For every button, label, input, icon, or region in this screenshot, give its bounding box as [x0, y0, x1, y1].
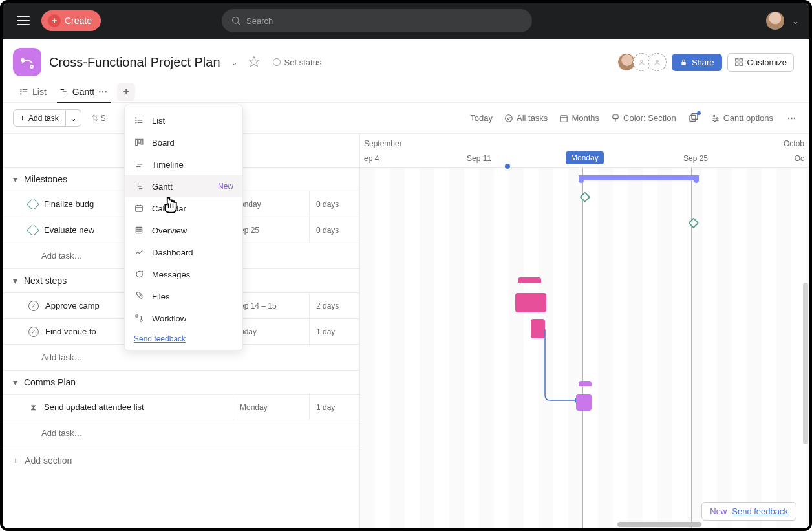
star-icon[interactable] [248, 56, 260, 69]
section-header-comms-plan[interactable]: ▾ Comms Plan [3, 371, 359, 395]
check-circle-icon[interactable]: ✓ [28, 327, 39, 337]
svg-point-42 [136, 122, 136, 123]
add-section-button[interactable]: + Add section [3, 446, 359, 475]
send-feedback-link[interactable]: Send feedback [732, 506, 788, 516]
tab-more-icon[interactable]: ⋯ [98, 87, 108, 97]
gantt-options[interactable]: Gantt options [711, 113, 773, 123]
status-label: Set status [284, 58, 322, 67]
dropdown-item-board[interactable]: Board [125, 131, 242, 153]
project-header: Cross-Functional Project Plan ⌄ Set stat… [3, 39, 809, 76]
tab-list-label: List [32, 87, 47, 97]
gantt-bar[interactable] [531, 319, 545, 338]
create-button[interactable]: + Create [41, 10, 101, 31]
svg-rect-24 [561, 115, 568, 121]
zoom-months[interactable]: Months [559, 113, 599, 123]
milestone-diamond[interactable] [579, 191, 590, 202]
customize-button[interactable]: Customize [727, 53, 794, 72]
today-marker [505, 164, 510, 169]
add-task-caret[interactable]: ⌄ [66, 109, 81, 127]
send-feedback-link[interactable]: Send feedback [134, 334, 186, 343]
gantt-icon [134, 181, 144, 191]
tab-gantt-label: Gantt [72, 87, 94, 97]
all-tasks-filter[interactable]: All tasks [504, 113, 548, 123]
milestone-icon [27, 199, 39, 209]
svg-rect-10 [735, 59, 738, 61]
milestone-diamond[interactable] [688, 217, 699, 228]
feedback-pill[interactable]: New Send feedback [701, 502, 796, 521]
project-icon[interactable] [13, 48, 41, 76]
today-button[interactable]: Today [470, 113, 493, 123]
add-member-avatar[interactable] [648, 53, 667, 71]
svg-rect-11 [740, 59, 742, 61]
check-circle-icon[interactable]: ✓ [28, 301, 39, 311]
top-bar: + Create Search ⌄ [3, 3, 809, 39]
member-avatars[interactable] [620, 53, 667, 71]
user-avatar[interactable] [766, 12, 784, 30]
svg-rect-13 [740, 63, 742, 65]
gantt-bar[interactable] [576, 394, 592, 411]
svg-point-40 [136, 118, 136, 118]
add-task-button[interactable]: + Add task [13, 109, 66, 127]
tab-list[interactable]: List [13, 81, 53, 102]
svg-rect-44 [138, 139, 140, 143]
view-tabs: List Gantt ⋯ + [3, 76, 809, 103]
new-badge: New [710, 506, 727, 516]
overview-icon [134, 225, 144, 235]
list-icon [134, 115, 144, 125]
more-icon[interactable]: ⋯ [785, 111, 799, 125]
hourglass-icon: ⧗ [28, 403, 37, 412]
svg-marker-6 [249, 56, 259, 66]
list-icon [19, 87, 28, 96]
sort-button[interactable]: ⇅ S [88, 111, 110, 125]
layers-button[interactable] [688, 113, 700, 124]
paint-icon [611, 114, 620, 123]
month-label: Octob [784, 139, 804, 148]
add-tab-button[interactable]: + [117, 83, 135, 101]
dropdown-item-workflow[interactable]: Workflow [125, 307, 242, 329]
dropdown-item-overview[interactable]: Overview [125, 219, 242, 241]
project-chevron-icon[interactable]: ⌄ [228, 55, 240, 70]
tab-gantt[interactable]: Gantt ⋯ [53, 81, 114, 102]
files-icon [134, 291, 144, 301]
dropdown-item-timeline[interactable]: Timeline [125, 153, 242, 175]
search-placeholder: Search [246, 16, 273, 26]
grid-icon [734, 58, 743, 67]
dropdown-item-gantt[interactable]: GanttNew [125, 175, 242, 197]
svg-rect-26 [613, 114, 618, 118]
svg-point-8 [656, 60, 659, 62]
color-section[interactable]: Color: Section [611, 113, 676, 123]
dropdown-item-calendar[interactable]: Calendar [125, 197, 242, 219]
task-row[interactable]: ⧗Send updated attendee list Monday 1 day [3, 395, 359, 420]
messages-icon [134, 269, 144, 279]
dropdown-item-dashboard[interactable]: Dashboard [125, 241, 242, 263]
sort-label: S [101, 114, 106, 123]
timeline-header: September Octob ep 4 Sep 11 Monday Sep 2… [360, 134, 809, 168]
caret-down-icon: ▾ [13, 174, 17, 184]
create-label: Create [65, 16, 92, 26]
menu-toggle[interactable] [13, 10, 34, 31]
add-task-row[interactable]: Add task… [3, 420, 359, 446]
chevron-down-icon[interactable]: ⌄ [792, 16, 799, 26]
svg-point-35 [714, 120, 715, 121]
today-pill[interactable]: Monday [566, 151, 604, 164]
svg-rect-9 [681, 61, 686, 65]
gantt-bar[interactable] [515, 293, 546, 312]
horizontal-scrollbar[interactable] [617, 522, 701, 527]
gantt-timeline-pane[interactable]: September Octob ep 4 Sep 11 Monday Sep 2… [360, 134, 809, 528]
set-status-button[interactable]: Set status [273, 58, 322, 67]
vertical-scrollbar[interactable] [803, 283, 808, 444]
layers-icon [688, 113, 700, 124]
project-title[interactable]: Cross-Functional Project Plan [49, 55, 220, 70]
svg-point-23 [506, 114, 513, 122]
dropdown-item-messages[interactable]: Messages [125, 263, 242, 285]
week-label: Sep 25 [683, 154, 708, 163]
week-label: Sep 11 [467, 154, 491, 163]
share-button[interactable]: Share [672, 54, 722, 71]
svg-point-41 [136, 120, 136, 120]
search-input[interactable]: Search [222, 9, 532, 32]
dropdown-item-list[interactable]: List [125, 109, 242, 131]
dropdown-item-files[interactable]: Files [125, 285, 242, 307]
caret-down-icon: ▾ [13, 276, 17, 286]
milestone-range-bar[interactable] [579, 175, 699, 180]
workflow-icon [134, 313, 144, 323]
